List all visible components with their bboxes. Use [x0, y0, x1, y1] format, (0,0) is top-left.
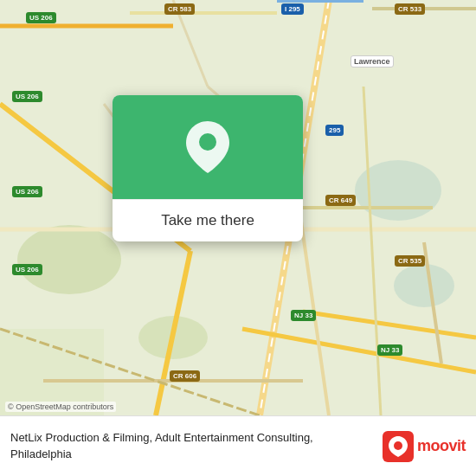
us206-badge-lower: US 206 [12, 186, 42, 197]
location-pin-icon [186, 121, 229, 173]
moovit-logo: moovit [383, 431, 466, 462]
cr533-badge: CR 533 [395, 3, 425, 15]
lawrence-label: Lawrence [351, 55, 394, 68]
svg-point-26 [199, 133, 216, 151]
svg-point-1 [17, 225, 121, 294]
cr535-badge: CR 535 [395, 255, 425, 267]
svg-point-4 [394, 264, 454, 307]
cr649-badge: CR 649 [325, 195, 356, 206]
location-popup: Take me there [113, 95, 303, 241]
cr583-badge: CR 583 [164, 3, 195, 15]
nj33-badge-1: NJ 33 [291, 310, 316, 321]
popup-header [113, 95, 303, 199]
take-me-there-button[interactable]: Take me there [113, 199, 303, 241]
osm-attribution: © OpenStreetMap contributors [5, 402, 116, 412]
us206-badge-mid: US 206 [12, 91, 42, 102]
business-info: NetLix Production & Filming, Adult Enter… [10, 430, 372, 461]
i295-badge: I 295 [281, 3, 304, 15]
moovit-text: moovit [417, 437, 466, 455]
svg-point-28 [394, 441, 402, 450]
295-mid-badge: 295 [325, 125, 344, 136]
us206-badge-top: US 206 [26, 12, 56, 23]
nj33-badge-2: NJ 33 [377, 344, 402, 356]
moovit-icon [383, 431, 414, 462]
footer-bar: NetLix Production & Filming, Adult Enter… [0, 415, 476, 476]
us206-badge-bot: US 206 [12, 264, 42, 275]
map-container: US 206 CR 583 I 295 CR 533 US 206 Lawren… [0, 0, 476, 415]
cr606-badge: CR 606 [170, 370, 200, 382]
